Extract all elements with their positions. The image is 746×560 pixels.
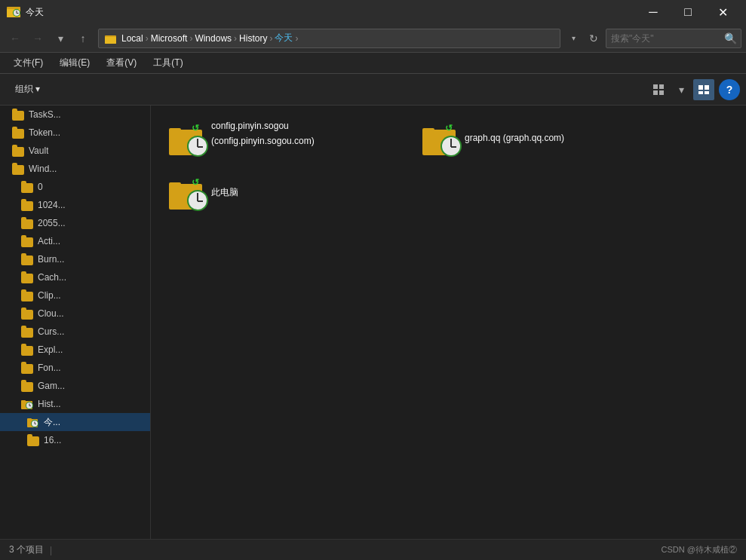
path-part-microsoft[interactable]: Microsoft (151, 33, 188, 44)
sidebar-item-clou[interactable]: Clou... (0, 304, 150, 323)
sidebar-item-curs[interactable]: Curs... (0, 323, 150, 341)
folder-icon (21, 199, 33, 211)
sidebar-item-vault[interactable]: Vault (0, 142, 150, 160)
history-folder-icon-large: ↺ (422, 121, 459, 157)
sidebar-item-label: Fon... (38, 363, 61, 373)
sidebar-item-2055[interactable]: 2055... (0, 214, 150, 232)
maximize-button[interactable]: □ (671, 0, 705, 24)
svg-text:↺: ↺ (445, 123, 453, 133)
view-details-button[interactable] (693, 79, 714, 100)
path-dropdown-button[interactable]: ▾ (565, 29, 582, 48)
sidebar-item-hist[interactable]: Hist... (0, 395, 150, 413)
sidebar-item-label: 1024... (38, 200, 66, 210)
sidebar-item-today[interactable]: 今... (0, 413, 150, 431)
organize-button[interactable]: 组织 ▾ (6, 80, 49, 99)
dropdown-button[interactable]: ▾ (50, 28, 71, 49)
menu-edit[interactable]: 编辑(E) (52, 54, 97, 72)
search-button[interactable]: 🔍 (724, 32, 737, 44)
menu-view[interactable]: 查看(V) (99, 54, 144, 72)
search-box: 🔍 (606, 29, 741, 48)
svg-rect-9 (659, 84, 664, 89)
sidebar-item-clip[interactable]: Clip... (0, 286, 150, 304)
svg-rect-11 (659, 90, 664, 95)
svg-rect-23 (27, 418, 32, 421)
search-input[interactable] (611, 33, 724, 44)
sidebar-item-label: Gam... (38, 381, 65, 391)
svg-rect-5 (17, 13, 19, 14)
folder-icon (21, 235, 33, 247)
svg-rect-4 (17, 11, 17, 14)
folder-icon (21, 181, 33, 193)
sidebar-item-label: 16... (44, 435, 61, 445)
sidebar-item-label: Wind... (29, 164, 57, 174)
file-item-graph-qq[interactable]: ↺ graph.qq (graph.qq.com) (416, 118, 658, 160)
folder-icon (21, 289, 33, 301)
main-layout: TaskS... Token... Vault Wind... (0, 106, 746, 539)
close-button[interactable]: ✕ (705, 0, 740, 24)
sidebar-item-gam[interactable]: Gam... (0, 377, 150, 395)
refresh-button[interactable]: ↻ (583, 28, 604, 49)
svg-rect-33 (198, 146, 203, 148)
view-buttons: ▾ ? (648, 79, 740, 100)
up-button[interactable]: ↑ (72, 28, 94, 49)
folder-icon (21, 217, 33, 229)
file-name-line2: (config.pinyin.sogou.com) (211, 136, 315, 148)
svg-rect-26 (35, 422, 35, 424)
svg-rect-21 (29, 405, 31, 406)
address-path[interactable]: Local › Microsoft › Windows › History › … (98, 29, 560, 48)
view-grid-button[interactable] (648, 79, 669, 100)
svg-rect-40 (451, 146, 456, 148)
status-bar: 3 个项目 | CSDN @待木咸植② (0, 539, 746, 560)
path-part-today[interactable]: 今天 (275, 32, 293, 44)
view-dropdown-button[interactable]: ▾ (671, 79, 692, 100)
sidebar-item-cach[interactable]: Cach... (0, 268, 150, 286)
file-item-name-container: config.pinyin.sogou (config.pinyin.sogou… (211, 121, 315, 147)
menu-file[interactable]: 文件(F) (6, 54, 51, 72)
forward-button[interactable]: → (27, 28, 48, 49)
file-item-name-container: graph.qq (graph.qq.com) (465, 133, 564, 145)
sidebar-item-fon[interactable]: Fon... (0, 359, 150, 377)
folder-icon (21, 308, 33, 320)
sidebar-item-token[interactable]: Token... (0, 124, 150, 142)
sidebar-item-16[interactable]: 16... (0, 431, 150, 449)
title-bar: 今天 ─ □ ✕ (0, 0, 746, 24)
sidebar-item-burn[interactable]: Burn... (0, 250, 150, 268)
svg-rect-27 (35, 424, 36, 424)
menu-tools[interactable]: 工具(T) (146, 54, 190, 72)
menu-bar: 文件(F) 编辑(E) 查看(V) 工具(T) (0, 53, 746, 74)
file-name-line1: config.pinyin.sogou (211, 121, 315, 133)
sidebar-item-0[interactable]: 0 (0, 178, 150, 196)
svg-text:↺: ↺ (192, 123, 199, 133)
back-button[interactable]: ← (5, 28, 26, 49)
folder-icon (12, 109, 24, 121)
toolbar: 组织 ▾ ▾ ? (0, 74, 746, 106)
status-credit: CSDN @待木咸植② (662, 544, 737, 555)
sidebar-item-label: 0 (38, 182, 43, 192)
folder-icon (21, 362, 33, 374)
file-grid: ↺ config.pinyin.sogou (config.pinyin.sog… (163, 118, 658, 166)
folder-icon (21, 380, 33, 392)
history-folder-icon-large: ↺ (169, 175, 205, 211)
sidebar-item-label: Curs... (38, 326, 64, 337)
file-item-this-pc[interactable]: ↺ 此电脑 (163, 172, 404, 214)
file-item-config-sogou[interactable]: ↺ config.pinyin.sogou (config.pinyin.sog… (163, 118, 404, 160)
address-bar: ← → ▾ ↑ Local › Microsoft › Windows › Hi… (0, 24, 746, 53)
sidebar-item-wind[interactable]: Wind... (0, 160, 150, 178)
sidebar-item-acti[interactable]: Acti... (0, 232, 150, 250)
sidebar-item-label: Token... (29, 127, 60, 138)
sidebar-item-expl[interactable]: Expl... (0, 341, 150, 359)
sidebar-item-tasks[interactable]: TaskS... (0, 106, 150, 124)
path-part-windows[interactable]: Windows (195, 33, 232, 44)
status-separator: | (50, 545, 52, 555)
today-folder-icon (27, 416, 39, 428)
help-button[interactable]: ? (719, 79, 740, 100)
history-folder-icon (21, 398, 33, 410)
path-part-history[interactable]: History (239, 33, 267, 44)
svg-rect-10 (653, 90, 658, 95)
svg-rect-36 (422, 128, 434, 134)
sidebar-item-1024[interactable]: 1024... (0, 196, 150, 214)
history-folder-icon-large: ↺ (169, 121, 205, 157)
path-part-local[interactable]: Local (121, 33, 143, 44)
minimize-button[interactable]: ─ (636, 0, 671, 24)
content-area: ↺ config.pinyin.sogou (config.pinyin.sog… (151, 106, 746, 539)
